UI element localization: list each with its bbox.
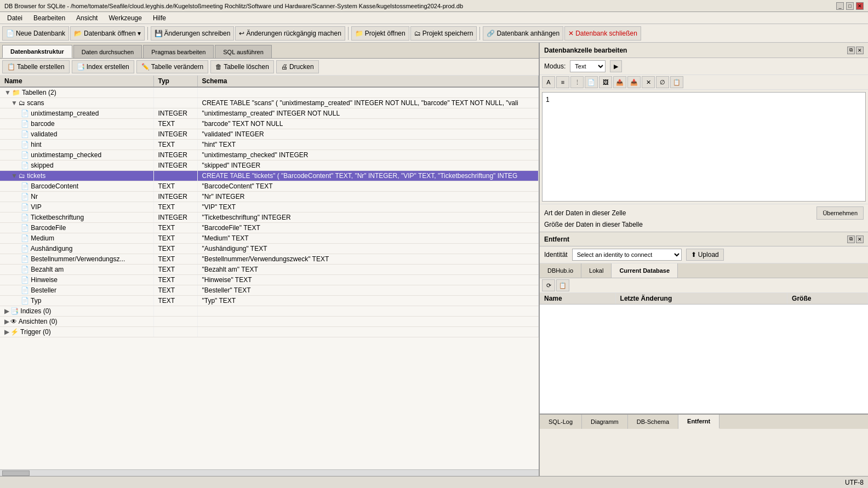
cell-value-display[interactable]: 1 [542, 92, 866, 202]
datenbank-offnen-button[interactable]: 📂 Datenbank öffnen ▾ [70, 26, 145, 41]
table-row[interactable]: 📄 Bestellnummer/Verwendungsz...TEXT"Best… [0, 254, 539, 265]
maximize-button[interactable]: □ [846, 2, 854, 10]
col-typ[interactable]: Typ [153, 76, 197, 87]
anderungen-schreiben-button[interactable]: 💾 Änderungen schreiben [151, 26, 235, 41]
datenbank-schliessen-button[interactable]: ✕ Datenbank schließen [564, 26, 641, 41]
tab-pragmas-bearbeiten[interactable]: Pragmas bearbeiten [143, 45, 214, 58]
remote-col-size[interactable]: Größe [787, 293, 868, 305]
null-button[interactable]: ∅ [656, 76, 669, 88]
expand-icon[interactable]: ▼ [11, 99, 18, 107]
toolbar-sep-1 [147, 27, 148, 40]
table-row[interactable]: ▶👁 Ansichten (0) [0, 317, 539, 327]
table-row[interactable]: ▶📑 Indizes (0) [0, 306, 539, 317]
import-image-button[interactable]: 🖼 [599, 76, 612, 88]
table-row[interactable]: 📄 HinweiseTEXT"Hinweise" TEXT [0, 275, 539, 285]
table-row[interactable]: 📄 AushändigungTEXT"Aushändigung" TEXT [0, 244, 539, 254]
index-erstellen-button[interactable]: 📑 Index erstellen [72, 60, 134, 73]
tab-sql-ausfuhren[interactable]: SQL ausführen [215, 45, 272, 58]
table-row[interactable]: ▼🗂 scansCREATE TABLE "scans" ( "unixtime… [0, 98, 539, 108]
menu-hilfe[interactable]: Hilfe [148, 13, 171, 24]
tab-datenbankstruktur[interactable]: Datenbankstruktur [2, 45, 72, 58]
database-tree-area[interactable]: Name Typ Schema ▼📁 Tabellen (2)▼🗂 scansC… [0, 76, 539, 469]
datenbank-anhangen-button[interactable]: 🔗 Datenbank anhängen [483, 26, 563, 41]
table-row[interactable]: ▼🗂 ticketsCREATE TABLE "tickets" ( "Barc… [0, 171, 539, 181]
table-row[interactable]: 📄 BarcodeContentTEXT"BarcodeContent" TEX… [0, 181, 539, 192]
expand-icon[interactable]: ▶ [4, 307, 9, 315]
tabelle-erstellen-button[interactable]: 📋 Tabelle erstellen [2, 60, 70, 73]
projekt-speichern-button[interactable]: 🗂 Projekt speichern [410, 26, 477, 41]
col-schema[interactable]: Schema [197, 76, 539, 87]
copy-button[interactable]: 📋 [670, 76, 683, 88]
table-row[interactable]: 📄 BestellerTEXT"Besteller" TEXT [0, 285, 539, 296]
close-button[interactable]: ✕ [856, 2, 864, 10]
remote-refresh-button[interactable]: ⟳ [542, 279, 555, 291]
table-row[interactable]: 📄 MediumTEXT"Medium" TEXT [0, 233, 539, 244]
minimize-button[interactable]: _ [836, 2, 844, 10]
table-row[interactable]: 📄 unixtimestamp_checkedINTEGER"unixtimes… [0, 150, 539, 160]
tab-daten-durchsuchen[interactable]: Daten durchsuchen [73, 45, 142, 58]
neue-datenbank-button[interactable]: 📄 Neue Datenbank [2, 26, 69, 41]
table-row[interactable]: 📄 TypTEXT"Typ" TEXT [0, 296, 539, 306]
identity-row: Identität Select an identity to connect … [540, 246, 868, 263]
mode-select[interactable]: Text Binary Null Real Integer [570, 60, 606, 72]
tab-lokal[interactable]: Lokal [581, 263, 612, 278]
tab-diagramm[interactable]: Diagramm [582, 415, 628, 429]
anderungen-ruckgangig-button[interactable]: ↩ Änderungen rückgängig machen [235, 26, 345, 41]
table-row[interactable]: 📄 skippedINTEGER"skipped" INTEGER [0, 160, 539, 171]
table-row[interactable]: 📄 TicketbeschriftungINTEGER"Ticketbeschr… [0, 213, 539, 223]
expand-icon[interactable]: ▼ [11, 172, 18, 180]
table-row[interactable]: ▼📁 Tabellen (2) [0, 87, 539, 98]
drucken-button[interactable]: 🖨 Drucken [276, 60, 319, 73]
remote-close-button[interactable]: ✕ [856, 236, 864, 243]
row-icon: 📄 [21, 203, 29, 211]
format-column-button[interactable]: ⋮ [570, 76, 584, 88]
tabelle-verandern-button[interactable]: ✏️ Tabelle verändern [136, 60, 208, 73]
format-list-button[interactable]: ≡ [556, 76, 569, 88]
upload-button[interactable]: ⬆ Upload [686, 249, 724, 261]
horizontal-scrollbar[interactable] [0, 469, 539, 476]
remote-col-name[interactable]: Name [540, 293, 615, 305]
tab-current-database[interactable]: Current Database [612, 263, 678, 278]
import-file-button[interactable]: 📄 [585, 76, 598, 88]
format-text-button[interactable]: A [542, 76, 555, 88]
row-icon: 📄 [21, 141, 29, 148]
window-controls[interactable]: _ □ ✕ [836, 2, 864, 10]
col-name[interactable]: Name [0, 76, 153, 87]
menu-werkzeuge[interactable]: Werkzeuge [104, 13, 146, 24]
table-row[interactable]: 📄 Bezahlt amTEXT"Bezahlt am" TEXT [0, 265, 539, 275]
identity-select[interactable]: Select an identity to connect [572, 249, 682, 261]
expand-icon[interactable]: ▶ [4, 318, 9, 325]
mode-apply-button[interactable]: ▶ [610, 60, 622, 72]
menu-ansicht[interactable]: Ansicht [71, 13, 102, 24]
table-row[interactable]: 📄 validatedINTEGER"validated" INTEGER [0, 129, 539, 140]
tabelle-loschen-button[interactable]: 🗑 Tabelle löschen [210, 60, 274, 73]
table-row[interactable]: 📄 BarcodeFileTEXT"BarcodeFile" TEXT [0, 223, 539, 233]
expand-icon[interactable]: ▶ [4, 328, 9, 336]
table-row[interactable]: 📄 hintTEXT"hint" TEXT [0, 140, 539, 150]
export-button[interactable]: 📤 [613, 76, 626, 88]
tab-entfernt[interactable]: Entfernt [678, 415, 719, 429]
remote-float-button[interactable]: ⧉ [847, 236, 855, 243]
panel-float-button[interactable]: ⧉ [847, 47, 855, 54]
clear-button[interactable]: ✕ [642, 76, 655, 88]
tab-dbhub-io[interactable]: DBHub.io [540, 263, 581, 278]
remote-copy-button[interactable]: 📋 [556, 279, 569, 291]
table-row[interactable]: 📄 unixtimestamp_createdINTEGER"unixtimes… [0, 108, 539, 119]
table-row[interactable]: ▶⚡ Trigger (0) [0, 327, 539, 337]
expand-icon[interactable]: ▼ [4, 89, 11, 96]
ubernehmen-button[interactable]: Übernehmen [816, 206, 864, 220]
menu-bearbeiten[interactable]: Bearbeiten [28, 13, 70, 24]
projekt-offnen-button[interactable]: 📁 Projekt öffnen [351, 26, 409, 41]
menu-datei[interactable]: Datei [2, 13, 27, 24]
row-icon: 🗂 [19, 99, 25, 107]
tab-db-schema[interactable]: DB-Schema [628, 415, 678, 429]
remote-table-area[interactable]: Name Letzte Änderung Größe [540, 293, 868, 414]
data-size-label: Größe der Daten in dieser Tabelle [544, 221, 643, 228]
table-row[interactable]: 📄 barcodeTEXT"barcode" TEXT NOT NULL [0, 119, 539, 129]
remote-col-date[interactable]: Letzte Änderung [615, 293, 787, 305]
table-row[interactable]: 📄 VIPTEXT"VIP" TEXT [0, 202, 539, 213]
import-button[interactable]: 📥 [627, 76, 641, 88]
panel-close-button[interactable]: ✕ [856, 47, 864, 54]
table-row[interactable]: 📄 NrINTEGER"Nr" INTEGER [0, 192, 539, 202]
tab-sql-log[interactable]: SQL-Log [540, 415, 582, 429]
